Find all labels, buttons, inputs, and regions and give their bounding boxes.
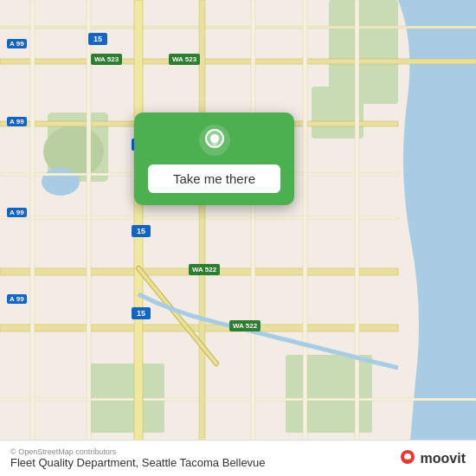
shield-i15-mid2: 15: [132, 225, 151, 237]
attribution-text: © OpenStreetMap contributors: [10, 447, 266, 456]
shield-a99-4: A 99: [7, 294, 27, 304]
take-me-there-button[interactable]: Take me there: [148, 164, 280, 193]
svg-rect-16: [134, 0, 143, 476]
shield-wa522-left: WA 522: [189, 264, 220, 275]
svg-rect-8: [0, 59, 476, 64]
bottom-bar: © OpenStreetMap contributors Fleet Quali…: [0, 440, 476, 476]
svg-rect-15: [0, 398, 476, 401]
shield-wa522-right: WA 522: [229, 320, 261, 331]
shield-wa523-left: WA 523: [91, 54, 122, 65]
svg-rect-19: [199, 0, 205, 476]
svg-rect-22: [355, 0, 359, 476]
moovit-brand-text: moovit: [421, 451, 466, 466]
svg-rect-0: [0, 0, 476, 476]
svg-rect-21: [303, 0, 307, 476]
shield-wa523-right: WA 523: [169, 54, 200, 65]
bottom-left-info: © OpenStreetMap contributors Fleet Quali…: [10, 447, 266, 469]
location-pin-icon: [199, 125, 230, 156]
popup-card: Take me there: [134, 113, 294, 205]
shield-a99-2: A 99: [7, 117, 27, 126]
shield-i15-mid3: 15: [132, 307, 151, 319]
shield-i15-top: 15: [88, 33, 107, 45]
svg-rect-17: [87, 0, 91, 476]
map-container: 15 15 15 15 WA 522 WA 522 WA 523 WA 523 …: [0, 0, 476, 476]
shield-a99-1: A 99: [7, 39, 27, 48]
svg-rect-12: [0, 26, 476, 29]
location-name-text: Fleet Quality Department, Seattle Tacoma…: [10, 456, 266, 469]
moovit-pin-icon: [398, 449, 417, 468]
shield-a99-3: A 99: [7, 208, 27, 217]
svg-point-3: [42, 168, 80, 196]
map-svg: [0, 0, 476, 476]
svg-rect-20: [251, 0, 255, 476]
svg-rect-18: [30, 0, 35, 476]
moovit-logo: moovit: [398, 449, 466, 468]
